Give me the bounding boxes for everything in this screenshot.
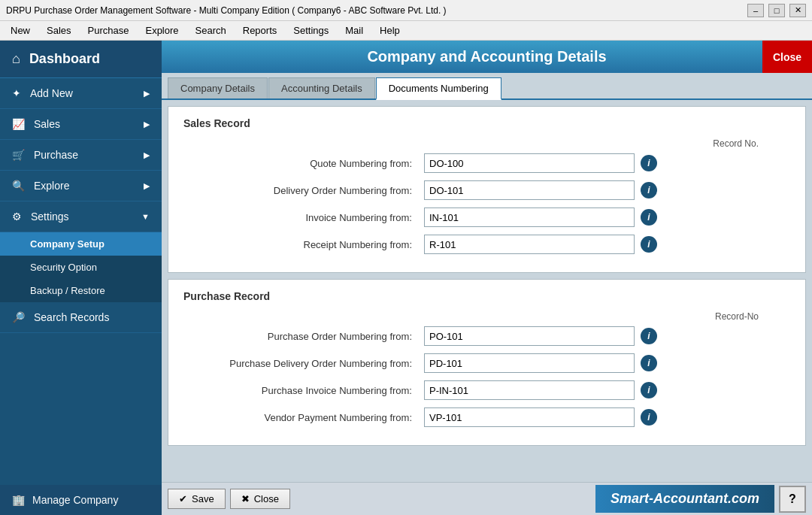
sidebar: ⌂ Dashboard ✦ Add New ▶ 📈 Sales ▶ 🛒 Purc… — [0, 41, 162, 515]
purchase-invoice-numbering-row: Purchase Invoice Numbering from: i — [183, 380, 790, 400]
chevron-right-icon: ▶ — [144, 89, 150, 98]
sales-section-title: Sales Record — [183, 117, 790, 129]
x-icon: ✖ — [241, 493, 250, 504]
sales-record-section: Sales Record Record No. Quote Numbering … — [168, 106, 806, 273]
content-title: Company and Accounting Details — [367, 48, 606, 65]
sidebar-dashboard[interactable]: ⌂ Dashboard — [0, 41, 162, 78]
menu-search[interactable]: Search — [188, 23, 234, 38]
maximize-button[interactable]: □ — [768, 4, 785, 17]
menu-purchase[interactable]: Purchase — [80, 23, 137, 38]
delivery-order-numbering-row: Delivery Order Numbering from: i — [183, 180, 790, 200]
delivery-order-numbering-label: Delivery Order Numbering from: — [183, 185, 424, 196]
chevron-right-icon: ▶ — [144, 120, 150, 129]
sidebar-purchase-label: Purchase — [34, 149, 78, 161]
sidebar-item-security-option[interactable]: Security Option — [0, 256, 162, 279]
sidebar-explore-label: Explore — [34, 180, 69, 192]
menu-help[interactable]: Help — [372, 23, 408, 38]
sidebar-item-search-records[interactable]: 🔎 Search Records — [0, 302, 162, 333]
sidebar-item-add-new[interactable]: ✦ Add New ▶ — [0, 78, 162, 109]
menu-reports[interactable]: Reports — [235, 23, 285, 38]
content-header: Company and Accounting Details Close — [162, 41, 812, 73]
receipt-numbering-row: Receipt Numbering from: i — [183, 235, 790, 254]
vendor-payment-numbering-info-icon[interactable]: i — [641, 409, 657, 426]
sidebar-item-sales[interactable]: 📈 Sales ▶ — [0, 109, 162, 140]
quote-numbering-info-icon[interactable]: i — [641, 155, 657, 171]
help-button[interactable]: ? — [779, 486, 806, 513]
purchase-order-numbering-input[interactable] — [424, 326, 635, 346]
purchase-section-title: Purchase Record — [183, 290, 790, 302]
save-label: Save — [192, 493, 214, 504]
receipt-numbering-label: Receipt Numbering from: — [183, 239, 424, 250]
invoice-numbering-row: Invoice Numbering from: i — [183, 208, 790, 227]
sidebar-add-new-label: Add New — [30, 87, 73, 99]
window-controls: – □ ✕ — [747, 4, 806, 17]
purchase-order-numbering-info-icon[interactable]: i — [641, 328, 657, 344]
vendor-payment-numbering-row: Vendor Payment Numbering from: i — [183, 407, 790, 427]
explore-icon: 🔍 — [12, 180, 25, 192]
purchase-invoice-numbering-label: Purchase Invoice Numbering from: — [183, 385, 424, 396]
content-area: Company and Accounting Details Close Com… — [162, 41, 812, 515]
main-layout: ⌂ Dashboard ✦ Add New ▶ 📈 Sales ▶ 🛒 Purc… — [0, 41, 812, 515]
chart-icon: 📈 — [12, 118, 25, 130]
building-icon: 🏢 — [12, 494, 25, 506]
sidebar-search-records-label: Search Records — [34, 311, 109, 323]
menu-new[interactable]: New — [3, 23, 38, 38]
purchase-delivery-order-numbering-label: Purchase Delivery Order Numbering from: — [183, 358, 424, 369]
menu-mail[interactable]: Mail — [338, 23, 371, 38]
vendor-payment-numbering-label: Vendor Payment Numbering from: — [183, 412, 424, 423]
sales-record-no-label: Record No. — [183, 138, 790, 149]
help-icon: ? — [789, 492, 796, 506]
tab-documents-numbering[interactable]: Documents Numbering — [376, 77, 501, 100]
close-window-button[interactable]: ✕ — [789, 4, 806, 17]
invoice-numbering-input[interactable] — [424, 208, 635, 227]
sidebar-sales-label: Sales — [34, 118, 60, 130]
purchase-delivery-order-numbering-row: Purchase Delivery Order Numbering from: … — [183, 353, 790, 373]
backup-restore-label: Backup / Restore — [30, 285, 105, 296]
menu-settings[interactable]: Settings — [286, 23, 336, 38]
quote-numbering-label: Quote Numbering from: — [183, 158, 424, 169]
quote-numbering-input[interactable] — [424, 153, 635, 173]
sidebar-item-purchase[interactable]: 🛒 Purchase ▶ — [0, 140, 162, 171]
gear-icon: ⚙ — [12, 211, 22, 223]
security-option-label: Security Option — [30, 262, 97, 273]
plus-icon: ✦ — [12, 87, 21, 99]
chevron-right-icon: ▶ — [144, 150, 150, 160]
purchase-record-no-label: Record-No — [183, 311, 790, 322]
vendor-payment-numbering-input[interactable] — [424, 407, 635, 427]
chevron-right-icon: ▶ — [144, 181, 150, 191]
menu-explore[interactable]: Explore — [138, 23, 186, 38]
invoice-numbering-label: Invoice Numbering from: — [183, 212, 424, 223]
receipt-numbering-info-icon[interactable]: i — [641, 236, 657, 253]
purchase-order-numbering-label: Purchase Order Numbering from: — [183, 331, 424, 342]
sidebar-item-explore[interactable]: 🔍 Explore ▶ — [0, 171, 162, 201]
tab-company-details[interactable]: Company Details — [168, 77, 268, 98]
title-bar: DRPU Purchase Order Management Software … — [0, 0, 812, 21]
sidebar-settings-submenu: Company Setup Security Option Backup / R… — [0, 232, 162, 302]
receipt-numbering-input[interactable] — [424, 235, 635, 254]
tab-bar: Company Details Accounting Details Docum… — [162, 73, 812, 100]
manage-company-label: Manage Company — [32, 494, 118, 506]
sidebar-item-settings[interactable]: ⚙ Settings ▼ — [0, 201, 162, 232]
sidebar-dashboard-label: Dashboard — [29, 51, 100, 67]
footer: ✔ Save ✖ Close Smart-Accountant.com ? — [162, 482, 812, 515]
purchase-delivery-order-numbering-info-icon[interactable]: i — [641, 355, 657, 371]
purchase-invoice-numbering-input[interactable] — [424, 380, 635, 400]
purchase-delivery-order-numbering-input[interactable] — [424, 353, 635, 373]
sidebar-item-company-setup[interactable]: Company Setup — [0, 232, 162, 256]
delivery-order-numbering-input[interactable] — [424, 180, 635, 200]
minimize-button[interactable]: – — [747, 4, 764, 17]
company-setup-label: Company Setup — [30, 238, 105, 250]
invoice-numbering-info-icon[interactable]: i — [641, 209, 657, 226]
purchase-order-numbering-row: Purchase Order Numbering from: i — [183, 326, 790, 346]
menu-sales[interactable]: Sales — [39, 23, 79, 38]
save-button[interactable]: ✔ Save — [168, 489, 226, 509]
sidebar-settings-label: Settings — [31, 211, 69, 223]
tab-accounting-details[interactable]: Accounting Details — [268, 77, 375, 98]
sidebar-manage-company[interactable]: 🏢 Manage Company — [0, 485, 162, 515]
delivery-order-numbering-info-icon[interactable]: i — [641, 182, 657, 198]
purchase-invoice-numbering-info-icon[interactable]: i — [641, 382, 657, 398]
chevron-down-icon: ▼ — [141, 212, 150, 221]
close-button[interactable]: ✖ Close — [230, 489, 290, 509]
header-close-button[interactable]: Close — [762, 41, 812, 73]
sidebar-item-backup-restore[interactable]: Backup / Restore — [0, 279, 162, 302]
